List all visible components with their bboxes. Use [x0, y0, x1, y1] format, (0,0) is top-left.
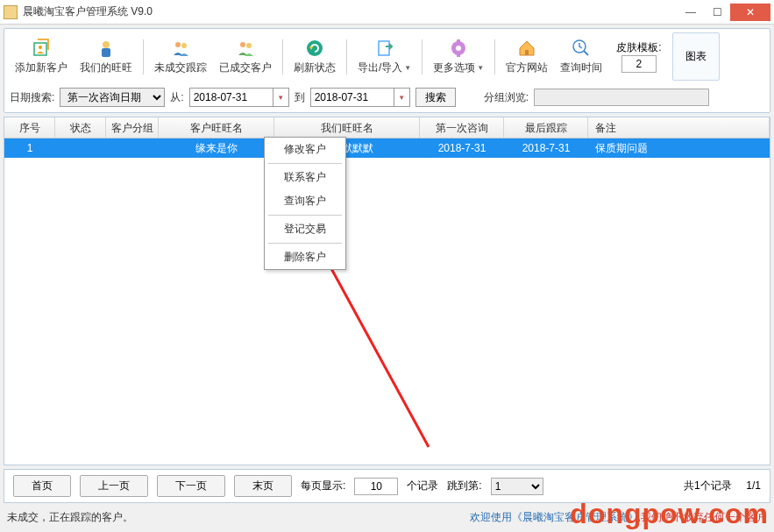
export-icon: [374, 38, 395, 59]
home-icon: [516, 38, 537, 59]
to-date-input[interactable]: [310, 88, 394, 107]
menu-separator: [268, 215, 342, 216]
menu-query-customer[interactable]: 查询客户: [265, 189, 345, 213]
more-label: 更多选项: [433, 60, 475, 75]
prev-page-button[interactable]: 上一页: [80, 475, 148, 497]
svg-rect-10: [379, 41, 389, 55]
skin-label: 皮肤模板:: [616, 40, 661, 55]
status-left: 未成交，正在跟踪的客户。: [7, 510, 133, 525]
table-row[interactable]: 1 缘来是你 默默默默默 2018-7-31 2018-7-31 保质期问题: [4, 138, 770, 158]
records-label: 个记录: [407, 479, 438, 493]
clock-search-icon: [571, 38, 592, 59]
site-label: 官方网站: [506, 60, 548, 75]
official-site-button[interactable]: 官方网站: [501, 36, 553, 77]
svg-rect-14: [457, 53, 460, 57]
people-icon: [170, 38, 191, 59]
app-icon: [4, 5, 18, 19]
refresh-label: 刷新状态: [294, 60, 336, 75]
menu-contact-customer[interactable]: 联系客户: [265, 166, 345, 189]
refresh-icon: [304, 38, 325, 59]
last-page-button[interactable]: 末页: [234, 475, 292, 497]
col-last[interactable]: 最后跟踪: [504, 117, 588, 138]
per-page-input[interactable]: [354, 478, 398, 495]
next-page-button[interactable]: 下一页: [157, 475, 225, 497]
skin-template: 皮肤模板:: [616, 40, 661, 73]
add-customer-icon: [31, 38, 52, 59]
cell-last: 2018-7-31: [504, 140, 588, 156]
col-ourww[interactable]: 我们旺旺名: [274, 117, 420, 138]
chart-button[interactable]: 图表: [672, 32, 720, 81]
svg-point-7: [246, 43, 252, 48]
traded-label: 已成交客户: [219, 60, 272, 75]
add-customer-button[interactable]: 添加新客户: [10, 36, 73, 77]
separator: [494, 39, 495, 74]
svg-point-5: [181, 43, 187, 48]
first-page-button[interactable]: 首页: [13, 475, 71, 497]
col-group[interactable]: 客户分组: [106, 117, 159, 138]
untraded-label: 未成交跟踪: [154, 60, 207, 75]
cell-status: [55, 146, 106, 150]
menu-register-trade[interactable]: 登记交易: [265, 217, 345, 241]
gear-icon: [448, 38, 469, 59]
annotation-arrow-icon: [315, 245, 437, 456]
our-wangwang-label: 我们的旺旺: [80, 60, 132, 75]
our-wangwang-button[interactable]: 我们的旺旺: [75, 36, 138, 77]
calendar-icon[interactable]: ▼: [273, 88, 289, 107]
separator: [346, 39, 347, 74]
refresh-status-button[interactable]: 刷新状态: [288, 36, 341, 77]
menu-edit-customer[interactable]: 修改客户: [265, 138, 345, 161]
svg-point-1: [39, 46, 42, 49]
dropdown-icon: ▼: [477, 64, 484, 72]
from-date-input[interactable]: [189, 88, 273, 107]
col-wangwang[interactable]: 客户旺旺名: [159, 117, 274, 138]
group-browse-label: 分组浏览:: [484, 90, 529, 105]
svg-rect-13: [457, 39, 460, 43]
svg-point-6: [240, 42, 245, 47]
cell-wangwang: 缘来是你: [159, 139, 274, 158]
cell-seq: 1: [4, 140, 55, 156]
query-time-label: 查询时间: [560, 60, 602, 75]
col-remark[interactable]: 备注: [588, 117, 770, 138]
dropdown-icon: ▼: [404, 64, 411, 72]
search-button[interactable]: 搜索: [415, 88, 456, 107]
date-type-select[interactable]: 第一次咨询日期: [60, 88, 165, 107]
data-grid: 序号 状态 客户分组 客户旺旺名 我们旺旺名 第一次咨询 最后跟踪 备注 1 缘…: [4, 117, 770, 465]
cell-first: 2018-7-31: [420, 140, 504, 156]
menu-separator: [268, 243, 342, 244]
titlebar: 晨曦淘宝客户管理系统 V9.0 — ☐ ✕: [0, 0, 774, 25]
people-check-icon: [235, 38, 256, 59]
window-title: 晨曦淘宝客户管理系统 V9.0: [23, 4, 678, 19]
col-seq[interactable]: 序号: [4, 117, 55, 138]
date-search-label: 日期搜索:: [10, 90, 54, 105]
minimize-button[interactable]: —: [678, 4, 704, 21]
export-label: 导出/导入: [358, 60, 402, 75]
context-menu: 修改客户 联系客户 查询客户 登记交易 删除客户: [264, 137, 346, 270]
menu-delete-customer[interactable]: 删除客户: [265, 245, 345, 269]
traded-customer-button[interactable]: 已成交客户: [214, 36, 277, 77]
grid-header: 序号 状态 客户分组 客户旺旺名 我们旺旺名 第一次咨询 最后跟踪 备注: [4, 117, 770, 138]
cell-remark: 保质期问题: [588, 139, 770, 158]
jump-select[interactable]: 1: [491, 478, 543, 495]
cell-group: [106, 146, 159, 150]
skin-input[interactable]: [621, 55, 657, 73]
svg-point-12: [456, 46, 461, 51]
from-label: 从:: [170, 90, 183, 105]
col-first[interactable]: 第一次咨询: [420, 117, 504, 138]
separator: [143, 39, 144, 74]
total-records: 共1个记录: [684, 479, 732, 492]
query-time-button[interactable]: 查询时间: [555, 36, 607, 77]
to-label: 到: [295, 90, 305, 105]
close-button[interactable]: ✕: [730, 4, 770, 21]
calendar-icon[interactable]: ▼: [394, 88, 410, 107]
separator: [282, 39, 283, 74]
svg-point-2: [103, 41, 110, 48]
export-import-button[interactable]: 导出/导入▼: [352, 36, 416, 77]
per-page-label: 每页显示:: [301, 479, 345, 493]
jump-label: 跳到第:: [447, 479, 481, 493]
group-browse-slider[interactable]: [534, 89, 709, 106]
svg-rect-15: [525, 50, 529, 55]
maximize-button[interactable]: ☐: [704, 4, 730, 21]
more-options-button[interactable]: 更多选项▼: [428, 36, 489, 77]
col-status[interactable]: 状态: [55, 117, 106, 138]
untraded-followup-button[interactable]: 未成交跟踪: [149, 36, 212, 77]
